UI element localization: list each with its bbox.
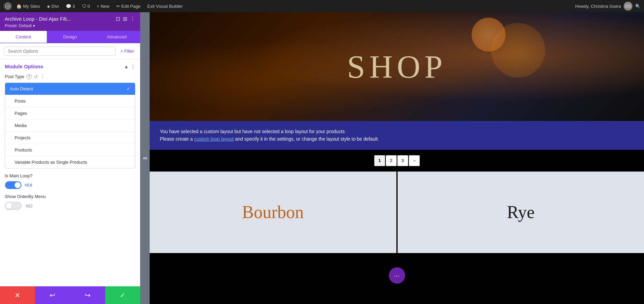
post-type-label: Post Type: [5, 74, 24, 79]
grid-icon[interactable]: ⊞: [123, 16, 127, 22]
section-more-icon[interactable]: ⋮: [131, 64, 135, 69]
tab-content[interactable]: Content: [0, 31, 47, 43]
admin-bar-right: Howdy, Christina Gwira CG 🔍: [575, 2, 641, 11]
show-orderby-off-label: NO: [26, 203, 33, 209]
warning-banner: You have selected a custom layout but ha…: [150, 121, 644, 150]
search-input[interactable]: [4, 47, 116, 56]
left-panel: Archive Loop - Divi Ajax Filt... ⊡ ⊞ ⋮ P…: [0, 12, 140, 304]
resize-handle[interactable]: ⇔: [140, 12, 150, 304]
post-type-more-icon[interactable]: ⋮: [40, 73, 45, 80]
decorative-fruit: [472, 18, 506, 52]
preset-selector[interactable]: Preset: Default ▾: [5, 23, 135, 28]
page-1-button[interactable]: 1: [374, 155, 385, 166]
pagination: 1 2 3 →: [150, 150, 644, 172]
avatar: CG: [624, 2, 632, 11]
message-icon: 🗨: [82, 4, 86, 9]
panel-title: Archive Loop - Divi Ajax Filt...: [5, 16, 71, 22]
redo-button[interactable]: ↪: [70, 286, 105, 304]
show-orderby-toggle-wrap: NO: [5, 202, 135, 210]
canvas-area: SHOP You have selected a custom layout b…: [150, 12, 644, 304]
warning-line2: Please create a custom loop layout and s…: [160, 135, 634, 143]
admin-bar-exit-builder[interactable]: Exit Visual Builder: [145, 2, 186, 10]
show-orderby-toggle[interactable]: [5, 202, 22, 210]
comment-icon: 💬: [66, 4, 71, 9]
wordpress-logo[interactable]: W: [3, 2, 12, 11]
divi-icon: ◈: [47, 4, 50, 9]
post-type-reset-icon[interactable]: ↺: [34, 74, 38, 79]
post-type-option-projects[interactable]: Projects: [5, 132, 135, 144]
is-main-loop-label: Is Main Loop?: [5, 173, 135, 178]
product-card-bourbon[interactable]: Bourbon: [150, 172, 398, 253]
admin-bar-my-sites[interactable]: 🏠 My Sites: [14, 2, 43, 10]
product-name-rye: Rye: [507, 202, 535, 222]
shop-title: SHOP: [347, 48, 447, 86]
section-header: Module Options ▲ ⋮: [5, 64, 135, 69]
panel-title-icons: ⊡ ⊞ ⋮: [116, 16, 135, 22]
home-icon: 🏠: [16, 4, 22, 9]
post-type-option-media[interactable]: Media: [5, 120, 135, 132]
search-icon[interactable]: 🔍: [635, 4, 641, 9]
more-options-icon[interactable]: ⋮: [130, 16, 135, 22]
save-button[interactable]: ✓: [105, 286, 140, 304]
post-type-option-variable-products[interactable]: Variable Products as Single Products: [5, 156, 135, 168]
post-type-option-pages[interactable]: Pages: [5, 107, 135, 120]
panel-content: Module Options ▲ ⋮ Post Type ? ↺ ⋮ Auto: [0, 59, 140, 286]
product-name-bourbon: Bourbon: [242, 202, 304, 222]
is-main-loop-on-label: YES: [24, 183, 33, 187]
panel-tabs: Content Design Advanced: [0, 31, 140, 43]
admin-bar-edit-page[interactable]: ✏ Edit Page: [114, 2, 143, 10]
show-orderby-field: Show OrderBy Menu NO: [5, 194, 135, 210]
plus-icon: +: [97, 4, 99, 9]
tab-advanced[interactable]: Advanced: [93, 31, 140, 43]
filter-button[interactable]: + Filter: [118, 47, 136, 55]
tab-design[interactable]: Design: [47, 31, 94, 43]
bottom-bar: ✕ ↩ ↪ ✓: [0, 286, 140, 304]
shop-hero: SHOP: [150, 12, 644, 121]
panel-header: Archive Loop - Divi Ajax Filt... ⊡ ⊞ ⋮ P…: [0, 12, 140, 31]
collapse-icon[interactable]: ▲: [124, 64, 129, 69]
admin-bar-divi[interactable]: ◈ Divi: [44, 2, 62, 10]
post-type-dropdown: Auto Detect ✓ Posts Pages Media Projects: [5, 83, 135, 168]
main-layout: Archive Loop - Divi Ajax Filt... ⊡ ⊞ ⋮ P…: [0, 12, 644, 304]
resize-icon: ⇔: [143, 155, 147, 161]
post-type-option-posts[interactable]: Posts: [5, 95, 135, 107]
warning-line1: You have selected a custom layout but ha…: [160, 128, 634, 135]
cancel-button[interactable]: ✕: [0, 286, 35, 304]
section-controls: ▲ ⋮: [124, 64, 135, 69]
post-type-option-products[interactable]: Products: [5, 144, 135, 156]
page-3-button[interactable]: 3: [397, 155, 408, 166]
section-title: Module Options: [5, 64, 43, 69]
admin-bar-new[interactable]: + New: [94, 2, 112, 10]
show-orderby-label: Show OrderBy Menu: [5, 194, 135, 199]
post-type-label-row: Post Type ? ↺ ⋮: [5, 73, 135, 80]
post-type-option-auto-detect[interactable]: Auto Detect ✓: [5, 83, 135, 95]
is-main-loop-toggle-wrap: YES: [5, 181, 135, 189]
search-bar: + Filter: [0, 43, 140, 59]
svg-text:W: W: [6, 4, 10, 8]
pin-icon[interactable]: ⊡: [116, 16, 120, 22]
post-type-help-icon[interactable]: ?: [26, 74, 32, 79]
undo-button[interactable]: ↩: [35, 286, 70, 304]
page-next-button[interactable]: →: [409, 155, 420, 166]
admin-bar-comments[interactable]: 💬 3: [63, 2, 78, 10]
edit-icon: ✏: [116, 4, 120, 9]
check-icon: ✓: [127, 86, 130, 91]
is-main-loop-field: Is Main Loop? YES: [5, 173, 135, 189]
product-card-rye[interactable]: Rye: [398, 172, 644, 253]
admin-bar: W 🏠 My Sites ◈ Divi 💬 3 🗨 0 + New ✏ Edit…: [0, 0, 644, 12]
admin-bar-messages[interactable]: 🗨 0: [79, 2, 93, 10]
fab-icon: ···: [394, 272, 400, 280]
post-type-field: Post Type ? ↺ ⋮ Auto Detect ✓ Posts Pag: [5, 73, 135, 168]
fab-button[interactable]: ···: [389, 267, 405, 284]
custom-loop-layout-link[interactable]: custom loop layout: [194, 136, 234, 142]
products-row: Bourbon Rye: [150, 172, 644, 253]
page-2-button[interactable]: 2: [386, 155, 397, 166]
is-main-loop-toggle[interactable]: [5, 181, 22, 189]
